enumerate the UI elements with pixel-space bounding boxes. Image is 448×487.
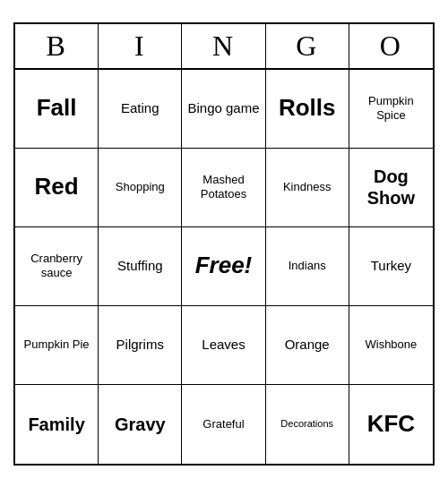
bingo-cell: Pumpkin Spice [349,70,433,149]
cell-text: Free! [195,252,253,279]
cell-text: Pumpkin Pie [24,337,90,352]
bingo-cell: Shopping [99,149,182,227]
bingo-cell: Bingo game [182,70,265,149]
header-letter: G [266,24,349,68]
bingo-cell: Turkey [349,227,433,306]
cell-text: Eating [121,100,159,116]
header-letter: B [15,24,99,68]
cell-text: Orange [285,337,330,353]
bingo-cell: Orange [266,306,349,385]
cell-text: Kindness [283,180,331,194]
bingo-cell: Pilgrims [99,306,182,385]
cell-text: Indians [289,259,326,273]
cell-text: Stuffing [117,258,163,274]
header-letter: N [182,24,265,68]
cell-text: Grateful [202,417,244,431]
bingo-cell: Gravy [99,385,182,464]
bingo-cell: Pumpkin Pie [15,306,99,385]
bingo-cell: Rolls [266,70,349,149]
bingo-cell: Wishbone [349,306,433,385]
bingo-grid: FallEatingBingo gameRollsPumpkin SpiceRe… [15,70,433,464]
bingo-cell: Free! [182,227,265,306]
bingo-cell: Eating [99,70,182,149]
bingo-cell: Cranberry sauce [15,227,99,306]
cell-text: Dog Show [353,166,429,209]
cell-text: Shopping [116,180,165,194]
bingo-cell: KFC [349,385,433,464]
header-letter: I [99,24,182,68]
cell-text: Cranberry sauce [19,252,94,279]
bingo-card: BINGO FallEatingBingo gameRollsPumpkin S… [13,22,435,466]
cell-text: Mashed Potatoes [185,173,261,201]
cell-text: Bingo game [187,100,259,116]
cell-text: Wishbone [365,337,417,352]
bingo-cell: Stuffing [99,227,182,306]
bingo-cell: Dog Show [349,149,433,227]
cell-text: Family [28,414,84,435]
cell-text: Rolls [279,94,336,122]
header-letter: O [349,24,433,68]
cell-text: Turkey [371,258,411,274]
bingo-cell: Red [15,149,99,227]
cell-text: Red [35,173,79,201]
cell-text: Pilgrims [116,337,164,353]
bingo-cell: Grateful [182,385,265,464]
bingo-cell: Decorations [266,385,349,464]
bingo-cell: Leaves [182,306,265,385]
cell-text: Gravy [115,414,166,435]
bingo-header: BINGO [15,24,433,70]
bingo-cell: Mashed Potatoes [182,149,265,227]
cell-text: Decorations [280,418,333,430]
cell-text: Pumpkin Spice [353,94,429,122]
cell-text: Leaves [202,337,245,353]
bingo-cell: Fall [15,70,99,149]
bingo-cell: Indians [266,227,349,306]
bingo-cell: Kindness [266,149,349,227]
cell-text: KFC [367,410,415,438]
bingo-cell: Family [15,385,99,464]
cell-text: Fall [37,94,77,122]
